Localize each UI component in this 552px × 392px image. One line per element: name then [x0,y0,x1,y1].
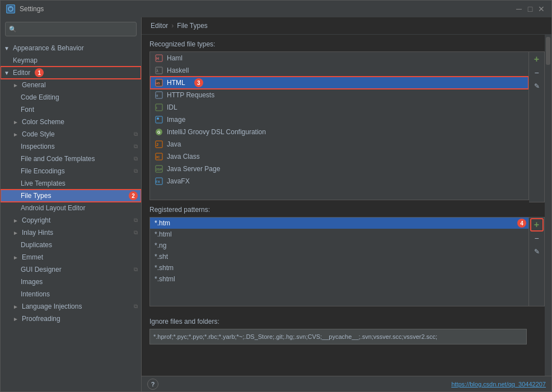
expand-arrow: ▼ [4,70,11,76]
file-type-label: Haml [167,54,183,62]
sidebar-item-keymap[interactable]: Keymap [1,54,141,67]
sidebar-item-file-code-templates[interactable]: File and Code Templates ⧉ [1,153,141,165]
sidebar-item-intentions[interactable]: Intentions [1,288,141,300]
list-item[interactable]: H Haml [150,52,528,64]
sidebar-item-font[interactable]: Font [1,103,141,116]
breadcrumb-separator: › [171,22,174,30]
list-item[interactable]: G IntelliJ Groovy DSL Configuration [150,126,528,138]
window-title: Settings [20,5,44,13]
sidebar-item-label: Proofreading [22,315,60,323]
patterns-label: Registered patterns: [149,206,545,214]
sidebar-item-language-injections[interactable]: ► Language Injections ⧉ [1,300,141,313]
add-pattern-button[interactable]: + [531,219,543,231]
copy-icon: ⧉ [134,143,138,150]
sidebar-item-proofreading[interactable]: ► Proofreading [1,313,141,325]
add-file-type-button[interactable]: + [531,53,543,65]
sidebar-item-emmet[interactable]: ► Emmet [1,251,141,263]
ignore-label: Ignore files and folders: [149,318,527,325]
sidebar-item-android-layout[interactable]: Android Layout Editor [1,202,141,214]
copy-icon: ⧉ [134,217,138,224]
file-type-icon: H5 [155,78,163,87]
sidebar-item-label: Inlay Hints [22,229,53,237]
list-item[interactable]: J Java [150,138,528,150]
expand-arrow: ► [13,254,20,261]
svg-text:H5: H5 [156,82,160,85]
list-item[interactable]: *.shtml [150,273,528,285]
sidebar-item-copyright[interactable]: ► Copyright ⧉ [1,214,141,226]
sidebar-item-file-types[interactable]: File Types 2 [1,190,141,202]
copy-icon: ⧉ [134,155,138,162]
sidebar-item-code-style[interactable]: ► Code Style ⧉ [1,128,141,140]
search-icon: 🔍 [9,26,17,33]
titlebar: Settings ─ □ ✕ [1,1,551,17]
search-input[interactable] [19,25,133,33]
expand-arrow: ► [13,316,20,322]
sidebar-item-file-encodings[interactable]: File Encodings ⧉ [1,165,141,177]
sidebar-item-color-scheme[interactable]: ► Color Scheme [1,116,141,128]
close-button[interactable]: ✕ [537,4,546,13]
list-item[interactable]: *.sht [150,251,528,262]
sidebar-item-duplicates[interactable]: Duplicates [1,239,141,251]
sidebar-item-code-editing[interactable]: Code Editing [1,91,141,103]
maximize-button[interactable]: □ [526,4,535,13]
annotation-3: 3 [194,78,203,87]
ignore-section: Ignore files and folders: [149,313,545,349]
list-item[interactable]: Image [150,114,528,126]
sidebar-item-gui-designer[interactable]: GUI Designer ⧉ [1,263,141,276]
window-controls: ─ □ ✕ [514,4,546,13]
list-item-html[interactable]: H5 HTML 3 [150,77,528,89]
file-type-icon: G [155,127,163,136]
file-type-icon: I [155,103,163,112]
list-item[interactable]: *.shtm [150,262,528,273]
minimize-button[interactable]: ─ [514,4,523,13]
list-item[interactable]: FX JavaFX [150,175,528,187]
pattern-label: *.html [155,230,172,238]
sidebar-item-inspections[interactable]: Inspections ⧉ [1,140,141,153]
sidebar-item-live-templates[interactable]: Live Templates [1,177,141,190]
sidebar-item-label: Live Templates [21,180,66,187]
list-item[interactable]: *.ng [150,240,528,251]
sidebar-item-label: Language Injections [22,303,82,310]
search-box[interactable]: 🔍 [5,22,137,36]
settings-window: Settings ─ □ ✕ 🔍 ▼ Appearance & Behavior [0,0,552,392]
list-item-htm[interactable]: *.htm 4 [150,218,528,229]
file-type-icon: λ [155,66,163,75]
sidebar-item-inlay-hints[interactable]: ► Inlay Hints ⧉ [1,226,141,239]
breadcrumb: Editor › File Types [142,17,551,35]
svg-point-14 [157,117,159,120]
list-item[interactable]: JSP Java Server Page [150,163,528,175]
svg-text:λ: λ [156,69,158,73]
remove-pattern-button[interactable]: − [531,232,543,244]
edit-pattern-button[interactable]: ✎ [531,245,543,258]
help-button[interactable]: ? [147,379,158,390]
list-item[interactable]: I IDL [150,101,528,114]
file-type-icon: J [155,140,163,149]
list-item[interactable]: JC Java Class [150,150,528,163]
scrollbar-thumb[interactable] [546,37,550,65]
sidebar-item-label: File and Code Templates [21,155,95,163]
main-content: 🔍 ▼ Appearance & Behavior Keymap ▼ Edito… [1,17,551,391]
copy-icon: ⧉ [134,303,138,310]
recognized-list: H Haml λ Haskell [149,51,529,200]
csdn-link[interactable]: https://blog.csdn.net/qq_30442207 [451,381,546,388]
file-type-label: Java Class [167,153,200,160]
sidebar-item-label: Inspections [21,143,55,150]
ignore-input[interactable] [149,329,527,344]
sidebar-item-general[interactable]: ► General [1,79,141,91]
list-item[interactable]: λ Haskell [150,64,528,77]
file-type-label: Image [167,116,185,124]
sidebar-item-label: GUI Designer [21,266,62,273]
copy-icon: ⧉ [134,229,138,236]
list-item[interactable]: H HTTP Requests [150,89,528,101]
sidebar-item-label: General [22,81,46,89]
sidebar-item-label: Appearance & Behavior [13,44,84,52]
sidebar-item-images[interactable]: Images [1,276,141,288]
sidebar-item-appearance[interactable]: ▼ Appearance & Behavior [1,42,141,54]
patterns-section: Registered patterns: *.htm 4 *.html [149,206,545,306]
remove-file-type-button[interactable]: − [531,67,543,79]
pattern-label: *.htm [155,219,170,227]
sidebar-item-editor[interactable]: ▼ Editor 1 [1,67,141,79]
list-item[interactable]: *.html [150,229,528,240]
expand-arrow: ▼ [4,45,11,51]
edit-file-type-button[interactable]: ✎ [531,80,543,92]
